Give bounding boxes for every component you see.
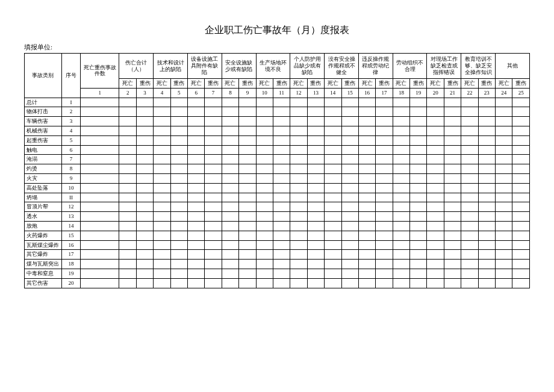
cell-value (205, 183, 222, 193)
cell-value (136, 98, 153, 107)
cell-value (444, 164, 461, 174)
cell-value (512, 117, 530, 126)
cell-value (80, 164, 119, 174)
cell-value (512, 107, 530, 117)
cell-seq: 19 (61, 269, 80, 278)
th-death: 死亡 (188, 79, 205, 89)
th-death: 死亡 (358, 79, 375, 89)
cell-category: 车辆伤害 (25, 117, 62, 126)
cell-value (358, 173, 375, 183)
cell-value (427, 212, 444, 222)
cell-value (512, 278, 530, 288)
th-colnum: 8 (222, 88, 238, 98)
cell-value (119, 126, 136, 135)
cell-value (222, 183, 238, 193)
cell-value (256, 250, 273, 260)
cell-seq: 5 (61, 135, 80, 145)
th-injury: 重伤 (478, 79, 495, 89)
cell-value (341, 193, 358, 202)
cell-value (80, 212, 119, 222)
cell-category: 火药爆炸 (25, 231, 62, 240)
th-colnum: 18 (393, 88, 409, 98)
cell-seq: 2 (61, 107, 80, 117)
th-count: 死亡重伤事故件数 (80, 54, 119, 89)
cell-value (170, 98, 187, 107)
cell-value (427, 155, 444, 164)
cell-value (239, 173, 256, 183)
cell-value (512, 260, 530, 269)
cell-value (205, 278, 222, 288)
cell-value (393, 231, 409, 240)
th-colnum: 19 (410, 88, 427, 98)
cell-value (119, 240, 136, 250)
cell-seq: 3 (61, 117, 80, 126)
cell-value (325, 107, 341, 117)
cell-category: 火灾 (25, 173, 62, 183)
cell-value (273, 183, 290, 193)
cell-value (273, 126, 290, 135)
cell-value (376, 126, 393, 135)
cell-value (273, 278, 290, 288)
cell-value (444, 155, 461, 164)
cell-value (80, 260, 119, 269)
cell-value (512, 269, 530, 278)
cell-value (205, 269, 222, 278)
cell-category: 瓦斯煤尘爆炸 (25, 240, 62, 250)
cell-category: 高处坠落 (25, 183, 62, 193)
cell-value (80, 145, 119, 155)
cell-value (444, 231, 461, 240)
cell-value (136, 145, 153, 155)
cell-value (427, 240, 444, 250)
cell-value (154, 164, 170, 174)
cell-value (478, 250, 495, 260)
cell-value (376, 250, 393, 260)
cell-value (290, 164, 307, 174)
cell-value (358, 126, 375, 135)
cell-value (358, 98, 375, 107)
cell-category: 机械伤害 (25, 126, 62, 135)
cell-value (376, 117, 393, 126)
cell-category: 总计 (25, 98, 62, 107)
cell-value (376, 145, 393, 155)
cell-value (136, 202, 153, 212)
cell-value (205, 135, 222, 145)
cell-value (461, 145, 478, 155)
cell-value (307, 250, 324, 260)
cell-value (427, 202, 444, 212)
cell-value (307, 98, 324, 107)
cell-value (188, 278, 205, 288)
cell-value (170, 278, 187, 288)
cell-value (80, 231, 119, 240)
cell-value (341, 240, 358, 250)
cell-value (273, 155, 290, 164)
cell-value (80, 269, 119, 278)
cell-value (358, 269, 375, 278)
th-colnum: 2 (119, 88, 136, 98)
cell-value (119, 173, 136, 183)
cell-value (188, 202, 205, 212)
cell-value (136, 155, 153, 164)
cell-value (273, 269, 290, 278)
table-row: 高处坠落10 (25, 183, 530, 193)
cell-value (256, 183, 273, 193)
cell-value (307, 173, 324, 183)
cell-value (239, 117, 256, 126)
cell-value (222, 193, 238, 202)
cell-value (325, 250, 341, 260)
cell-value (256, 145, 273, 155)
cell-value (273, 240, 290, 250)
cell-value (512, 155, 530, 164)
table-row: 火药爆炸15 (25, 231, 530, 240)
cell-value (205, 145, 222, 155)
cell-value (307, 260, 324, 269)
cell-value (188, 240, 205, 250)
cell-value (376, 260, 393, 269)
cell-value (154, 135, 170, 145)
th-group: 伤亡合计（人） (119, 54, 154, 79)
th-death: 死亡 (256, 79, 273, 89)
cell-value (478, 145, 495, 155)
cell-value (136, 173, 153, 183)
cell-value (393, 278, 409, 288)
cell-value (154, 240, 170, 250)
th-injury: 重伤 (512, 79, 530, 89)
